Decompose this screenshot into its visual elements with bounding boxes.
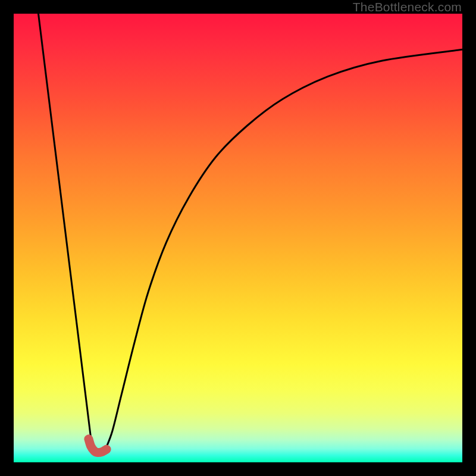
chart-plot-area [14,14,462,462]
bottleneck-marker [89,439,107,453]
chart-svg [14,14,462,462]
right-curve-line [106,49,462,449]
watermark-text: TheBottleneck.com [353,0,462,14]
left-descent-line [38,14,92,449]
